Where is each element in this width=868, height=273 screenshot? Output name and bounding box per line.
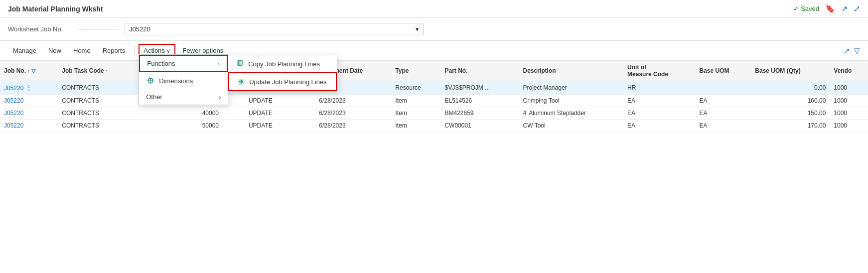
cell-base-uom-qty: 170.00 [751,120,830,132]
cell-doc-date: 6/28/2023 [315,120,391,132]
sort-icon-job-no[interactable]: ↑ [27,68,30,74]
cell-job-no: J05220 [0,107,58,120]
other-item[interactable]: Other › [139,89,228,105]
dimensions-item[interactable]: Dimensions [139,72,228,89]
cell-part-no: CW00001 [440,120,519,132]
other-chevron: › [219,94,221,100]
cell-job-no: J05220 [0,120,58,132]
table-row: J05220CONTRACTS40000UPDATE6/28/2023ItemB… [0,107,868,120]
table-row: J05220⋮CONTRACTS20000UPD/Resource$VJS$PR… [0,81,868,95]
checkmark-icon: ✓ [793,5,799,12]
col-header-task-code: Job Task Code ↑ [58,61,138,81]
table-container: Job No. ↑ ▽ Job Task Code ↑ Segment Line… [0,61,868,132]
top-bar: Job Material Planning Wksht ✓ Saved 🔖 ↗ … [0,0,868,18]
share-icon[interactable]: ↗ [844,46,850,55]
copy-icon [235,59,244,68]
cell-segment [138,107,186,120]
row-menu-icon[interactable]: ⋮ [23,84,34,92]
col-header-description: Description [519,61,624,81]
saved-indicator: ✓ Saved [793,5,819,12]
cell-vendo: 1000 [830,107,868,120]
sort-icon-task-code[interactable]: ↑ [106,68,108,74]
cell-part-no: BM422659 [440,107,519,120]
external-link-icon[interactable]: ↗ [841,4,848,13]
cell-segment [138,120,186,132]
cell-planning-date: UPDATE [245,107,315,120]
cell-task-code: CONTRACTS [58,120,138,132]
cell-vendo: 1000 [830,120,868,132]
copy-job-planning-lines-item[interactable]: Copy Job Planning Lines [228,55,337,72]
cell-vendo: 1000 [830,81,868,95]
col-header-type: Type [391,61,440,81]
col-header-part-no: Part No. [440,61,519,81]
cell-type: Resource [391,81,440,95]
toolbar-right: ↗ ▽ [844,46,860,55]
cell-line-no: 50000 [198,120,245,132]
cell-description: CW Tool [519,120,624,132]
cell-job-no: J05220 [0,95,58,107]
worksheet-label: Worksheet Job No. [8,25,73,33]
cell-type: Item [391,95,440,107]
bookmark-icon[interactable]: 🔖 [825,4,835,13]
actions-dropdown-menu: Functions › Copy Job Planning Lines [139,54,228,105]
toolbar: Manage New Home Reports Actions ∨ Functi… [0,41,868,61]
actions-chevron: ∨ [166,48,170,54]
table-row: J05220CONTRACTS30000UPDATE6/28/2023ItemE… [0,95,868,107]
cell-task-code: CONTRACTS [58,81,138,95]
cell-base-uom-qty: 160.00 [751,95,830,107]
toolbar-separator [134,46,135,56]
cell-uom-code: EA [623,95,695,107]
filter-icon-job-no[interactable]: ▽ [31,68,35,74]
cell-base-uom: EA [695,107,751,120]
functions-submenu: Copy Job Planning Lines Update Job Plann… [228,55,337,92]
dimensions-icon [146,76,155,85]
cell-base-uom-qty: 0.00 [751,81,830,95]
cell-task-code: CONTRACTS [58,95,138,107]
cell-doc-date: 6/28/2023 [315,107,391,120]
cell-description: Crimping Tool [519,95,624,107]
planning-table: Job No. ↑ ▽ Job Task Code ↑ Segment Line… [0,61,868,132]
cell-task-code: CONTRACTS [58,107,138,120]
cell-base-uom: EA [695,120,751,132]
cell-base-uom [695,81,751,95]
col-header-base-uom: Base UOM [695,61,751,81]
top-bar-actions: ✓ Saved 🔖 ↗ ⤢ [793,4,860,13]
toolbar-new[interactable]: New [43,44,66,57]
cell-uom-code: HR [623,81,695,95]
toolbar-home[interactable]: Home [68,44,96,57]
update-job-planning-lines-item[interactable]: Update Job Planning Lines [228,72,337,91]
col-header-uom-code: Unit ofMeasure Code [623,61,695,81]
cell-spacer [186,120,198,132]
cell-spacer [186,107,198,120]
filter-icon[interactable]: ▽ [854,46,860,55]
cell-part-no: EL514526 [440,95,519,107]
functions-submenu-container: Functions › Copy Job Planning Lines [139,55,228,72]
worksheet-dots [79,29,119,29]
cell-uom-code: EA [623,120,695,132]
col-header-base-uom-qty: Base UOM (Qty) [751,61,830,81]
cell-base-uom: EA [695,95,751,107]
cell-planning-date: UPDATE [245,95,315,107]
functions-item[interactable]: Functions › [139,55,228,72]
cell-type: Item [391,120,440,132]
cell-description: 4' Aluminum Stepladder [519,107,624,120]
update-icon [236,77,245,86]
cell-base-uom-qty: 150.00 [751,107,830,120]
toolbar-reports[interactable]: Reports [98,44,131,57]
worksheet-job-select[interactable]: J05220 ▾ [125,23,424,35]
collapse-icon[interactable]: ⤢ [854,4,860,13]
cell-doc-date: 6/28/2023 [315,95,391,107]
table-header-row: Job No. ↑ ▽ Job Task Code ↑ Segment Line… [0,61,868,81]
toolbar-manage[interactable]: Manage [8,44,41,57]
cell-part-no: $VJS$PROJM ... [440,81,519,95]
cell-vendo: 1000 [830,95,868,107]
cell-uom-code: EA [623,107,695,120]
page-title: Job Material Planning Wksht [8,5,103,13]
table-row: J05220CONTRACTS50000UPDATE6/28/2023ItemC… [0,120,868,132]
actions-dropdown-container: Actions ∨ Functions › [139,47,175,54]
cell-planning-date: UPDATE [245,120,315,132]
cell-line-no: 40000 [198,107,245,120]
col-header-vendo: Vendo [830,61,868,81]
functions-chevron: › [218,61,220,67]
cell-description: Project Manager [519,81,624,95]
